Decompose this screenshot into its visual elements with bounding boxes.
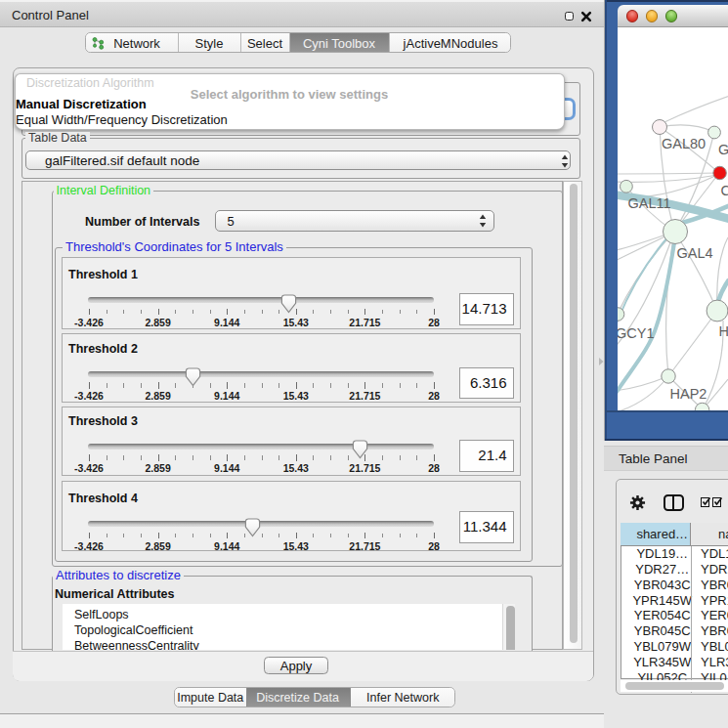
svg-text:GCY1: GCY1 (618, 324, 655, 340)
svg-text:GAL11: GAL11 (628, 194, 671, 210)
svg-text:CDC1: CDC1 (721, 183, 728, 198)
svg-text:GAL80: GAL80 (662, 136, 706, 151)
svg-text:HAP2: HAP2 (670, 386, 707, 402)
svg-text:GAL7: GAL7 (718, 141, 728, 156)
svg-text:HIS7: HIS7 (719, 322, 728, 338)
svg-text:GAL4: GAL4 (677, 244, 713, 260)
